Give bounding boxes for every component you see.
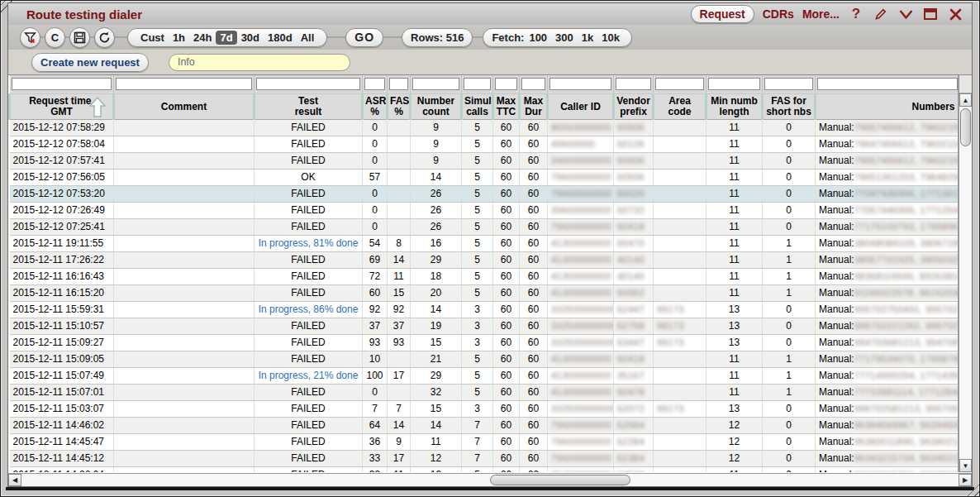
- filter-input-area-code[interactable]: [655, 78, 704, 90]
- cell-area-code: [654, 251, 706, 268]
- range-option-7d[interactable]: 7d: [216, 31, 236, 45]
- filter-input-fas[interactable]: [389, 78, 408, 90]
- tab-request[interactable]: Request: [691, 5, 754, 23]
- column-header-test-result[interactable]: Testresult: [255, 93, 363, 119]
- cell-request-time: 2015-12-11 17:26:22: [10, 251, 114, 268]
- range-option-all[interactable]: All: [297, 31, 319, 44]
- table-row[interactable]: 2015-12-12 07:58:04FAILED095606049600000…: [10, 136, 959, 152]
- table-row[interactable]: 2015-12-12 07:26:49FAILED026560603960000…: [10, 202, 959, 218]
- cell-numbers: Manual:96343215734, 96340211: [816, 450, 959, 466]
- table-row[interactable]: 2015-12-11 15:59:31In progress, 86% done…: [10, 301, 959, 318]
- table-row[interactable]: 2015-12-11 17:26:22FAILED691429560604130…: [10, 251, 959, 268]
- scroll-right-button[interactable]: ▶: [959, 474, 972, 486]
- filter-input-min-numb-length[interactable]: [708, 78, 760, 90]
- range-option-30d[interactable]: 30d: [237, 31, 264, 44]
- filter-input-numbers[interactable]: [817, 78, 958, 90]
- menu-more[interactable]: More...: [802, 7, 840, 21]
- filter-input-fas-short[interactable]: [764, 78, 813, 90]
- column-header-max-ttc[interactable]: MaxTTC: [493, 93, 520, 119]
- table-row[interactable]: 2015-12-12 07:58:29FAILED095606086550000…: [10, 119, 959, 136]
- column-header-fas-short[interactable]: FAS forshort nbs: [763, 93, 816, 119]
- cell-test-result: FAILED: [255, 284, 363, 301]
- maximize-icon[interactable]: [922, 6, 939, 22]
- fetch-option-100[interactable]: 100: [526, 31, 550, 44]
- fetch-option-1k[interactable]: 1k: [578, 31, 597, 44]
- cell-number-count: 12: [411, 450, 462, 466]
- filter-input-max-dur[interactable]: [521, 78, 545, 90]
- scroll-left-button[interactable]: ◀: [8, 474, 21, 486]
- table-row[interactable]: 2015-12-11 15:03:07FAILED771536060332500…: [10, 400, 959, 417]
- vertical-scrollbar[interactable]: ▲ ▼: [959, 75, 972, 472]
- range-option-24h[interactable]: 24h: [189, 31, 216, 44]
- table-row[interactable]: 2015-12-11 14:45:47FAILED369117606079600…: [10, 433, 959, 450]
- cell-asr: 0: [363, 218, 388, 235]
- column-header-request-time[interactable]: Request time,GMT: [10, 93, 114, 119]
- cell-area-code: [654, 417, 706, 433]
- column-header-caller-id[interactable]: Caller ID: [548, 93, 614, 119]
- redacted-value: 60470: [617, 238, 645, 248]
- column-header-fas[interactable]: FAS%: [388, 93, 411, 119]
- table-row[interactable]: 2015-12-11 15:07:01FAILED032560604130000…: [10, 384, 959, 400]
- save-icon[interactable]: [69, 27, 90, 48]
- filter-input-vendor-prefix[interactable]: [616, 78, 651, 90]
- column-header-numbers[interactable]: Numbers: [816, 93, 959, 119]
- numbers-prefix: Manual:: [819, 254, 854, 265]
- range-option-180d[interactable]: 180d: [264, 31, 297, 44]
- chevron-down-icon[interactable]: [897, 6, 914, 22]
- clear-icon[interactable]: C: [45, 27, 65, 48]
- table-row[interactable]: 2015-12-12 07:25:41FAILED026560607960000…: [10, 218, 959, 235]
- tab-cdrs[interactable]: CDRs: [763, 7, 794, 21]
- table-row[interactable]: 2015-12-12 07:57:41FAILED095606034600000…: [10, 152, 959, 169]
- filter-remove-icon[interactable]: [20, 27, 40, 48]
- table-row[interactable]: 2015-12-12 07:56:05OK5714560607960000000…: [10, 169, 959, 185]
- column-header-number-count[interactable]: Numbercount: [411, 93, 462, 119]
- column-header-vendor-prefix[interactable]: Vendorprefix: [614, 93, 654, 119]
- range-option-cust[interactable]: Cust: [136, 31, 169, 44]
- table-row[interactable]: 2015-12-11 15:07:49In progress, 21% done…: [10, 367, 959, 384]
- create-new-request-button[interactable]: Create new request: [31, 53, 149, 72]
- table-row[interactable]: 2015-12-11 15:10:57FAILED373719360603325…: [10, 318, 959, 334]
- filter-input-asr[interactable]: [364, 78, 385, 90]
- filter-input-comment[interactable]: [116, 78, 252, 90]
- column-label-line2: calls: [464, 107, 490, 117]
- close-icon[interactable]: [947, 6, 963, 22]
- horizontal-scrollbar[interactable]: ◀ ▶: [8, 473, 972, 486]
- info-input[interactable]: [169, 54, 350, 71]
- horizontal-scroll-thumb[interactable]: [490, 475, 630, 485]
- filter-input-test-result[interactable]: [256, 78, 360, 90]
- fetch-option-300[interactable]: 300: [552, 31, 577, 44]
- column-header-min-numb-length[interactable]: Min numblength: [706, 93, 763, 119]
- table-row[interactable]: 2015-12-11 14:26:04FAILED931119560607545…: [10, 466, 959, 472]
- scroll-down-button[interactable]: ▼: [959, 459, 972, 472]
- column-header-max-dur[interactable]: MaxDur: [520, 93, 548, 119]
- table-row[interactable]: 2015-12-11 16:15:20FAILED601520560604130…: [10, 284, 959, 301]
- cell-numbers: Manual:79647456612, 79602118: [816, 136, 959, 152]
- cell-fas-short: 0: [763, 119, 816, 136]
- column-header-comment[interactable]: Comment: [114, 93, 255, 119]
- filter-input-request-time[interactable]: [12, 78, 112, 90]
- table-row[interactable]: 2015-12-11 16:16:43FAILED721118560604130…: [10, 268, 959, 284]
- cell-max-ttc: 60: [493, 400, 520, 417]
- table-row[interactable]: 2015-12-11 15:09:05FAILED102156060413000…: [10, 351, 959, 367]
- edit-icon[interactable]: [873, 6, 889, 22]
- table-row[interactable]: 2015-12-11 15:09:27FAILED939315360603325…: [10, 334, 959, 351]
- go-button[interactable]: GO: [345, 28, 383, 47]
- range-option-1h[interactable]: 1h: [169, 31, 189, 44]
- filter-input-max-ttc[interactable]: [495, 78, 517, 90]
- refresh-icon[interactable]: [94, 27, 115, 48]
- column-header-simult-calls[interactable]: Simultcalls: [462, 93, 493, 119]
- cell-vendor-prefix: 60478: [614, 384, 654, 400]
- filter-input-number-count[interactable]: [412, 78, 459, 90]
- filter-input-caller-id[interactable]: [549, 78, 611, 90]
- table-row[interactable]: 2015-12-11 14:46:02FAILED641414760607960…: [10, 417, 959, 433]
- table-row[interactable]: 2015-12-12 07:53:20FAILED026560607960000…: [10, 185, 959, 202]
- help-icon[interactable]: ?: [848, 6, 864, 22]
- filter-input-simult-calls[interactable]: [464, 78, 491, 90]
- fetch-option-10k[interactable]: 10k: [598, 31, 623, 44]
- table-row[interactable]: 2015-12-11 19:11:55In progress, 81% done…: [10, 235, 959, 251]
- scroll-up-button[interactable]: ▲: [959, 93, 972, 107]
- column-header-area-code[interactable]: Areacode: [654, 93, 706, 119]
- column-header-asr[interactable]: ASR%: [363, 93, 388, 119]
- table-row[interactable]: 2015-12-11 14:45:12FAILED331712760607960…: [10, 450, 959, 466]
- vertical-scroll-thumb[interactable]: [960, 108, 971, 146]
